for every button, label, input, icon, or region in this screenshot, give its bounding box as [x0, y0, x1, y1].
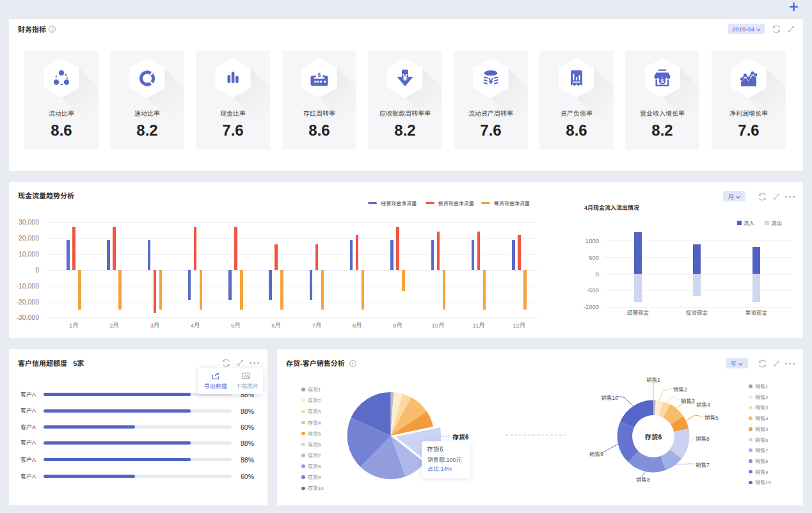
- svg-text:$: $: [660, 77, 664, 84]
- svg-text:¥: ¥: [488, 76, 493, 86]
- svg-text:$: $: [317, 72, 321, 78]
- svg-text:¥: ¥: [402, 72, 408, 83]
